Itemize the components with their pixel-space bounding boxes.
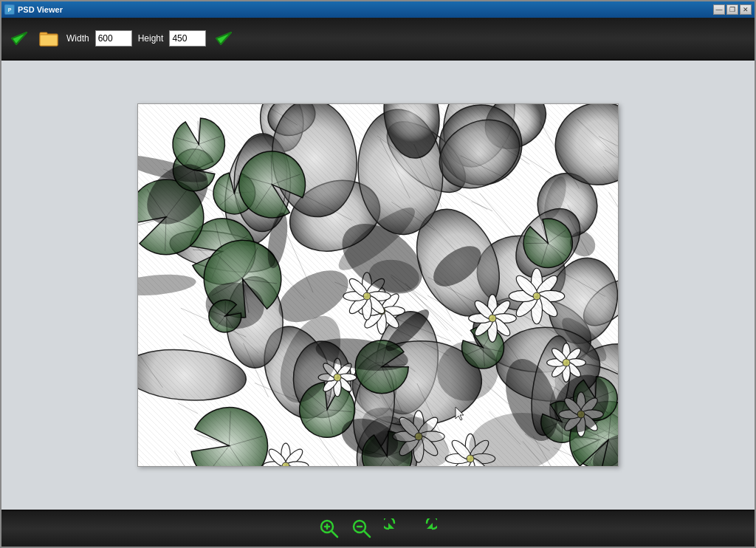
- restore-button[interactable]: ❐: [726, 4, 738, 15]
- title-bar-controls: — ❐ ✕: [713, 4, 752, 15]
- height-input[interactable]: [169, 30, 206, 47]
- confirm-icon: [213, 28, 234, 49]
- open-button[interactable]: [37, 27, 61, 50]
- new-icon: [9, 28, 30, 49]
- close-button[interactable]: ✕: [740, 4, 752, 15]
- rotate-left-button[interactable]: [382, 517, 406, 541]
- app-icon: P: [4, 4, 15, 15]
- toolbar: Width Height: [1, 18, 755, 61]
- svg-marker-2: [12, 32, 27, 44]
- height-label: Height: [138, 33, 164, 44]
- svg-line-12: [331, 531, 337, 537]
- title-bar: P PSD Viewer — ❐ ✕: [1, 1, 755, 18]
- content-area: [1, 61, 755, 510]
- width-label: Width: [66, 33, 89, 44]
- zoom-in-icon: [319, 518, 340, 539]
- rotate-right-button[interactable]: [415, 517, 439, 541]
- zoom-out-button[interactable]: [350, 517, 374, 541]
- svg-marker-16: [388, 523, 394, 529]
- image-canvas: [138, 104, 618, 466]
- width-input[interactable]: [95, 30, 132, 47]
- folder-icon: [38, 28, 59, 49]
- svg-marker-17: [427, 523, 433, 529]
- image-container: [137, 103, 619, 467]
- rotate-left-icon: [384, 518, 405, 539]
- svg-marker-7: [216, 32, 231, 44]
- svg-text:P: P: [8, 7, 12, 13]
- new-button[interactable]: [7, 27, 31, 50]
- app-window: P PSD Viewer — ❐ ✕ Wi: [0, 0, 756, 548]
- title-bar-left: P PSD Viewer: [4, 4, 63, 15]
- svg-rect-6: [40, 35, 58, 46]
- zoom-in-button[interactable]: [317, 517, 341, 541]
- bottom-bar: [1, 510, 755, 547]
- minimize-button[interactable]: —: [713, 4, 725, 15]
- rotate-right-icon: [416, 518, 437, 539]
- zoom-out-icon: [351, 518, 372, 539]
- svg-line-15: [364, 531, 370, 537]
- confirm-button[interactable]: [212, 27, 236, 50]
- app-title: PSD Viewer: [18, 5, 63, 14]
